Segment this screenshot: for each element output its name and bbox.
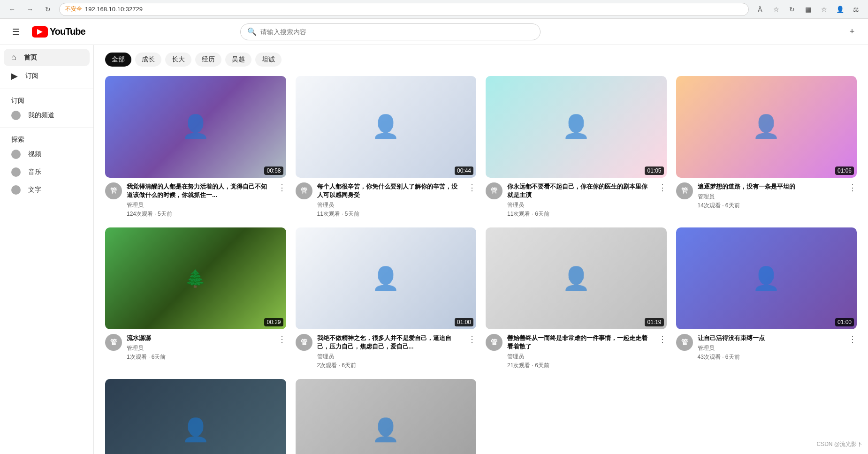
logo[interactable]: YouTube [32, 26, 85, 38]
video-card-7[interactable]: 👤 01:19 管 善始善终从一而终是非常难的一件事情，一起走走着看着散了 管理… [486, 227, 667, 370]
my-channel-icon [11, 111, 21, 120]
video-title-8: 让自己活得没有束缚一点 [698, 334, 844, 342]
youtube-logo-icon [32, 26, 48, 38]
video-card-3[interactable]: 👤 01:05 管 你永远都不要看不起自己，你在你的医生的剧本里你就是主演 管理… [486, 76, 667, 218]
video-info-5: 管 流水潺潺 管理员 1次观看 · 6天前 ⋮ [105, 334, 286, 361]
thumb-person-8: 👤 [676, 227, 857, 329]
video-card-5[interactable]: 🌲 00:29 管 流水潺潺 管理员 1次观看 · 6天前 ⋮ [105, 227, 286, 370]
more-button-6[interactable]: ⋮ [468, 334, 476, 344]
read-aloud-button[interactable]: Ä [754, 3, 767, 16]
sidebar-label-subscriptions: 订阅 [25, 72, 38, 80]
video-card-4[interactable]: 👤 01:06 管 追逐梦想的道路，没有一条是平坦的 管理员 14次观看 · 6… [676, 76, 857, 218]
thumb-person-6: 👤 [296, 227, 477, 329]
video-card-6[interactable]: 👤 01:00 管 我绝不做精神之乞，很多人并不是爱自己，逼迫自己，压力自己，焦… [296, 227, 477, 370]
video-meta-6: 我绝不做精神之乞，很多人并不是爱自己，逼迫自己，压力自己，焦虑自己，爱自己...… [317, 334, 464, 370]
video-stats-5: 1次观看 · 6天前 [127, 353, 273, 361]
search-icon: 🔍 [247, 27, 257, 36]
more-button-4[interactable]: ⋮ [848, 182, 857, 193]
videos-icon [11, 150, 21, 159]
thumb-person-2: 👤 [296, 76, 477, 178]
video-info-7: 管 善始善终从一而终是非常难的一件事情，一起走走着看着散了 管理员 21次观看 … [486, 334, 667, 370]
thumb-person-4: 👤 [676, 76, 857, 178]
favorites-button[interactable]: ☆ [817, 3, 830, 16]
avatar-7: 管 [486, 334, 503, 351]
video-channel-8: 管理员 [698, 344, 844, 352]
thumb-person-9: 👤 [105, 379, 286, 454]
subscriptions-icon: ▶ [11, 71, 18, 81]
filter-chip-wu-yue[interactable]: 吴越 [225, 53, 251, 67]
watermark: CSDN @流光影下 [816, 440, 862, 448]
url-text: 192.168.10.10:32729 [85, 6, 143, 13]
sidebar-divider-1 [0, 89, 93, 89]
video-stats-1: 124次观看 · 5天前 [127, 210, 273, 218]
video-stats-2: 11次观看 · 5天前 [317, 210, 464, 218]
refresh-button[interactable]: ↻ [41, 3, 54, 16]
video-channel-2: 管理员 [317, 201, 464, 209]
filter-chip-all[interactable]: 全部 [105, 53, 131, 67]
browser-actions: Ä ☆ ↻ ▦ ☆ 👤 ⚖ [754, 3, 862, 16]
back-button[interactable]: ← [6, 3, 19, 16]
filter-chip-experience[interactable]: 经历 [195, 53, 221, 67]
sidebar-item-videos[interactable]: 视频 [4, 146, 90, 163]
video-thumbnail-4: 👤 01:06 [676, 76, 857, 178]
video-card-8[interactable]: 👤 01:00 管 让自己活得没有束缚一点 管理员 43次观看 · 6天前 ⋮ [676, 227, 857, 370]
video-channel-4: 管理员 [698, 193, 844, 201]
search-input[interactable] [260, 28, 533, 36]
sidebar-label-text: 文字 [28, 186, 41, 194]
video-stats-4: 14次观看 · 6天前 [698, 202, 844, 210]
more-button-2[interactable]: ⋮ [468, 182, 476, 193]
thumb-person-7: 👤 [486, 227, 667, 329]
video-info-4: 管 追逐梦想的道路，没有一条是平坦的 管理员 14次观看 · 6天前 ⋮ [676, 182, 857, 210]
bookmark-button[interactable]: ☆ [769, 3, 783, 16]
duration-badge-3: 01:05 [645, 166, 663, 175]
video-grid: 👤 00:58 管 我觉得清醒的人都是在努力活着的人，觉得自己不知道该做什么的时… [105, 76, 857, 454]
more-button-1[interactable]: ⋮ [278, 182, 286, 193]
video-thumbnail-9: 👤 00:45 [105, 379, 286, 454]
sidebar-item-music[interactable]: 音乐 [4, 164, 90, 181]
video-title-2: 每个人都很辛苦，你凭什么要别人了解你的辛苦，没人可以感同身受 [317, 182, 464, 199]
filter-chip-honest[interactable]: 坦诚 [255, 53, 282, 67]
thumb-person-3: 👤 [486, 76, 667, 178]
video-card-9[interactable]: 👤 00:45 管 第九个视频 管理员 5次观看 · 7天前 [105, 379, 286, 454]
more-button-3[interactable]: ⋮ [658, 182, 667, 193]
extensions-button[interactable]: ⚖ [849, 3, 862, 16]
video-meta-8: 让自己活得没有束缚一点 管理员 43次观看 · 6天前 [698, 334, 844, 361]
search-bar[interactable]: 🔍 [240, 23, 541, 40]
hamburger-menu-button[interactable]: ☰ [8, 23, 24, 40]
sidebar-item-text[interactable]: 文字 [4, 182, 90, 198]
sidebar-label-my-channel: 我的频道 [28, 111, 54, 120]
duration-badge-6: 01:00 [455, 318, 473, 326]
video-channel-7: 管理员 [507, 353, 654, 361]
video-meta-5: 流水潺潺 管理员 1次观看 · 6天前 [127, 334, 273, 361]
video-info-1: 管 我觉得清醒的人都是在努力活着的人，觉得自己不知道该做什么的时候，你就抓住一.… [105, 182, 286, 218]
split-button[interactable]: ▦ [801, 3, 815, 16]
filter-chip-growth[interactable]: 成长 [135, 53, 161, 67]
more-button-5[interactable]: ⋮ [278, 334, 286, 344]
video-card-1[interactable]: 👤 00:58 管 我觉得清醒的人都是在努力活着的人，觉得自己不知道该做什么的时… [105, 76, 286, 218]
profile-button[interactable]: 👤 [833, 3, 846, 16]
content: ⌂ 首页 ▶ 订阅 订阅 我的频道 探索 视频 音乐 [0, 45, 868, 454]
video-title-7: 善始善终从一而终是非常难的一件事情，一起走走着看着散了 [507, 334, 654, 351]
video-thumbnail-10: 👤 01:12 [296, 379, 477, 454]
filter-chip-grow-up[interactable]: 长大 [165, 53, 191, 67]
music-icon [11, 167, 21, 177]
video-title-6: 我绝不做精神之乞，很多人并不是爱自己，逼迫自己，压力自己，焦虑自己，爱自己... [317, 334, 464, 351]
duration-badge-5: 00:29 [264, 318, 283, 326]
more-button-8[interactable]: ⋮ [848, 334, 857, 344]
browser-bar: ← → ↻ 不安全 192.168.10.10:32729 Ä ☆ ↻ ▦ ☆… [0, 0, 868, 19]
sidebar-item-home[interactable]: ⌂ 首页 [4, 49, 90, 66]
address-bar[interactable]: 不安全 192.168.10.10:32729 [59, 3, 749, 16]
refresh2-button[interactable]: ↻ [785, 3, 799, 16]
video-card-2[interactable]: 👤 00:44 管 每个人都很辛苦，你凭什么要别人了解你的辛苦，没人可以感同身受… [296, 76, 477, 218]
sidebar-item-my-channel[interactable]: 我的频道 [4, 107, 90, 124]
video-thumbnail-7: 👤 01:19 [486, 227, 667, 329]
add-video-button[interactable]: + [844, 23, 860, 40]
sidebar-item-subscriptions[interactable]: ▶ 订阅 [4, 67, 90, 85]
duration-badge-7: 01:19 [645, 318, 663, 326]
duration-badge-2: 00:44 [455, 166, 473, 175]
forward-button[interactable]: → [23, 3, 37, 16]
video-title-1: 我觉得清醒的人都是在努力活着的人，觉得自己不知道该做什么的时候，你就抓住一... [127, 182, 273, 199]
video-card-10[interactable]: 👤 01:12 管 第十个视频 管理员 3次观看 · 7天前 [296, 379, 477, 454]
avatar-1: 管 [105, 182, 122, 199]
more-button-7[interactable]: ⋮ [658, 334, 667, 344]
